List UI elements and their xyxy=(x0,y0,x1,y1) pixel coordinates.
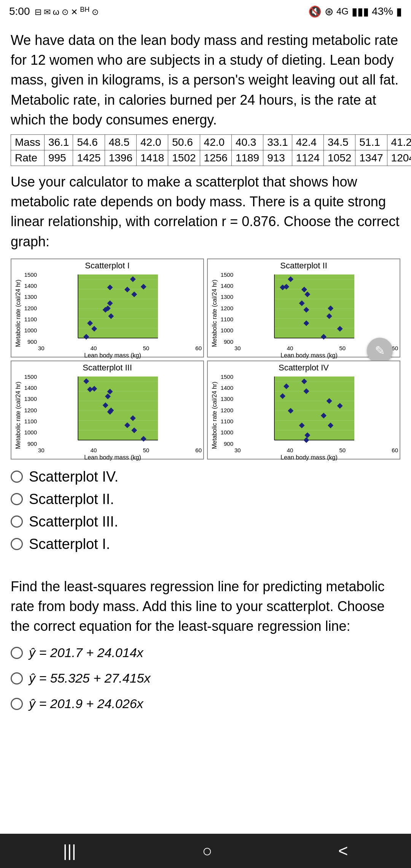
rate-val-9: 1124 xyxy=(292,150,323,166)
rate-val-4: 1418 xyxy=(137,150,168,166)
scatterplot-xlabel-3: Lean body mass (kg) xyxy=(24,454,202,461)
rate-val-7: 1189 xyxy=(231,150,263,166)
rate-val-5: 1502 xyxy=(168,150,200,166)
scatterplot-3: Scatterplot IIIMetabolic rate (cal/24 hr… xyxy=(11,361,204,460)
regression-circle-2[interactable] xyxy=(11,672,23,685)
table-row-rate: Rate 995 1425 1396 1418 1502 1256 1189 9… xyxy=(11,150,411,166)
nav-back-button[interactable]: ||| xyxy=(48,838,91,864)
regression-formula-1: ŷ = 201.7 + 24.014x xyxy=(29,645,143,660)
regression-formula-2: ŷ = 55.325 + 27.415x xyxy=(29,671,150,686)
mass-val-8: 33.1 xyxy=(263,134,292,150)
radio-label-1: Scatterplot IV. xyxy=(29,469,118,485)
question-paragraph: Use your calculator to make a scatterplo… xyxy=(11,172,400,252)
status-bar: 5:00 ⊟ ✉ ω ⊙ ✕ BH ⊙ 🔇 ⊛ 4G ▮▮▮ 43% ▮ xyxy=(0,0,411,23)
radio-option-3[interactable]: Scatterplot III. xyxy=(11,514,400,530)
rate-val-3: 1396 xyxy=(105,150,136,166)
regression-option-1[interactable]: ŷ = 201.7 + 24.014x xyxy=(11,645,400,660)
mass-val-7: 40.3 xyxy=(231,134,263,150)
nav-home-button[interactable]: ○ xyxy=(187,838,228,864)
radio-label-3: Scatterplot III. xyxy=(29,514,118,530)
rate-val-2: 1425 xyxy=(73,150,105,166)
signal-bars: ▮▮▮ xyxy=(352,5,369,18)
intro-paragraph: We have data on the lean body mass and r… xyxy=(11,30,400,130)
radio-options-group: Scatterplot IV.Scatterplot II.Scatterplo… xyxy=(11,469,400,552)
scatterplot-1: Scatterplot IMetabolic rate (cal/24 hr)1… xyxy=(11,258,204,357)
rate-val-1: 995 xyxy=(44,150,73,166)
rate-val-8: 913 xyxy=(263,150,292,166)
mass-val-1: 36.1 xyxy=(44,134,73,150)
regression-options-group: ŷ = 201.7 + 24.014xŷ = 55.325 + 27.415xŷ… xyxy=(11,645,400,711)
status-time: 5:00 ⊟ ✉ ω ⊙ ✕ BH ⊙ xyxy=(9,5,99,18)
scatterplot-xlabel-4: Lean body mass (kg) xyxy=(220,454,398,461)
rate-val-12: 1204 xyxy=(387,150,411,166)
radio-label-4: Scatterplot I. xyxy=(29,536,110,552)
scatterplot-title-1: Scatterplot I xyxy=(13,261,202,271)
mass-label: Mass xyxy=(11,134,45,150)
scatterplot-title-4: Scatterplot IV xyxy=(209,363,398,373)
nav-bar: ||| ○ < xyxy=(0,834,411,868)
scatterplot-2: Scatterplot IIMetabolic rate (cal/24 hr)… xyxy=(207,258,400,357)
scatterplot-ylabel-1: Metabolic rate (cal/24 hr) xyxy=(15,279,22,347)
scatterplot-title-3: Scatterplot III xyxy=(13,363,202,373)
mass-val-2: 54.6 xyxy=(73,134,105,150)
data-table: Mass 36.1 54.6 48.5 42.0 50.6 42.0 40.3 … xyxy=(11,134,411,166)
edit-fab-button[interactable]: ✎ xyxy=(367,338,393,364)
mass-val-4: 42.0 xyxy=(137,134,168,150)
svg-rect-44 xyxy=(78,377,158,440)
mass-val-6: 42.0 xyxy=(200,134,231,150)
scatterplots-grid: Scatterplot IMetabolic rate (cal/24 hr)1… xyxy=(11,258,400,460)
mass-val-3: 48.5 xyxy=(105,134,136,150)
rate-label: Rate xyxy=(11,150,45,166)
mass-val-11: 51.1 xyxy=(355,134,387,150)
radio-circle-2[interactable] xyxy=(11,493,23,505)
battery-label: 43% xyxy=(372,5,393,18)
radio-label-2: Scatterplot II. xyxy=(29,491,114,507)
nav-recent-button[interactable]: < xyxy=(323,838,363,864)
table-row-mass: Mass 36.1 54.6 48.5 42.0 50.6 42.0 40.3 … xyxy=(11,134,411,150)
regression-option-3[interactable]: ŷ = 201.9 + 24.026x xyxy=(11,696,400,711)
radio-circle-1[interactable] xyxy=(11,471,23,483)
main-content: We have data on the lean body mass and r… xyxy=(0,23,411,767)
radio-circle-3[interactable] xyxy=(11,515,23,528)
network-label: 4G xyxy=(336,6,349,17)
radio-option-4[interactable]: Scatterplot I. xyxy=(11,536,400,552)
status-icons: ⊟ ✉ ω ⊙ ✕ BH ⊙ xyxy=(35,6,99,17)
battery-icon: ▮ xyxy=(396,5,402,18)
mass-val-10: 34.5 xyxy=(323,134,355,150)
regression-circle-3[interactable] xyxy=(11,698,23,710)
signal-icon: 🔇 xyxy=(308,5,322,18)
regression-option-2[interactable]: ŷ = 55.325 + 27.415x xyxy=(11,671,400,686)
rate-val-11: 1347 xyxy=(355,150,387,166)
regression-formula-3: ŷ = 201.9 + 24.026x xyxy=(29,696,143,711)
svg-rect-0 xyxy=(78,274,158,338)
wifi-icon: ⊛ xyxy=(325,5,333,18)
scatterplot-title-2: Scatterplot II xyxy=(209,261,398,271)
mass-val-5: 50.6 xyxy=(168,134,200,150)
radio-circle-4[interactable] xyxy=(11,538,23,550)
rate-val-10: 1052 xyxy=(323,150,355,166)
rate-val-6: 1256 xyxy=(200,150,231,166)
status-indicators: 🔇 ⊛ 4G ▮▮▮ 43% ▮ xyxy=(308,5,402,18)
time-display: 5:00 xyxy=(9,5,30,18)
regression-circle-1[interactable] xyxy=(11,647,23,659)
scatterplot-ylabel-3: Metabolic rate (cal/24 hr) xyxy=(15,381,22,449)
regression-question: Find the least-squares regression line f… xyxy=(11,577,400,637)
scatterplot-ylabel-4: Metabolic rate (cal/24 hr) xyxy=(211,381,218,449)
radio-option-1[interactable]: Scatterplot IV. xyxy=(11,469,400,485)
radio-option-2[interactable]: Scatterplot II. xyxy=(11,491,400,507)
mass-val-9: 42.4 xyxy=(292,134,323,150)
mass-val-12: 41.2 xyxy=(387,134,411,150)
scatterplot-ylabel-2: Metabolic rate (cal/24 hr) xyxy=(211,279,218,347)
scatterplot-4: Scatterplot IVMetabolic rate (cal/24 hr)… xyxy=(207,361,400,460)
scatterplot-xlabel-1: Lean body mass (kg) xyxy=(24,352,202,359)
